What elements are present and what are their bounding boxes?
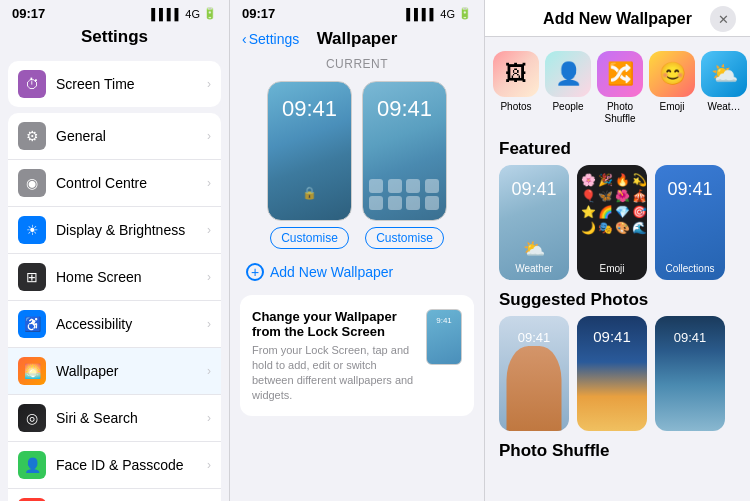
chevron-icon: › bbox=[207, 77, 211, 91]
source-people[interactable]: 👤 People bbox=[545, 51, 591, 125]
accessibility-label: Accessibility bbox=[56, 316, 207, 332]
home-screen-thumb: 09:41 bbox=[362, 81, 447, 221]
chevron-icon: › bbox=[207, 317, 211, 331]
network-label-2: 4G bbox=[440, 8, 455, 20]
suggested-landscape[interactable]: 09:41 bbox=[655, 316, 725, 431]
settings-title: Settings bbox=[0, 23, 229, 55]
featured-weather[interactable]: 09:41 ⛅ Weather bbox=[499, 165, 569, 280]
signal-icon-2: ▌▌▌▌ bbox=[406, 8, 437, 20]
collections-thumb-time: 09:41 bbox=[655, 179, 725, 200]
battery-icon-2: 🔋 bbox=[458, 7, 472, 20]
settings-item-screen-time[interactable]: ⏱ Screen Time › bbox=[8, 61, 221, 107]
photos-icon: 🖼 bbox=[493, 51, 539, 97]
weather-emoji: ⛅ bbox=[499, 238, 569, 260]
photo-shuffle-label: Photo Shuffle bbox=[597, 101, 643, 125]
sunset-thumb-time: 09:41 bbox=[577, 328, 647, 345]
settings-panel: 09:17 ▌▌▌▌ 4G 🔋 Settings ⏱ Screen Time ›… bbox=[0, 0, 230, 501]
screen-time-label: Screen Time bbox=[56, 76, 207, 92]
battery-icon: 🔋 bbox=[203, 7, 217, 20]
source-emoji[interactable]: 😊 Emoji bbox=[649, 51, 695, 125]
source-icons-row: 🖼 Photos 👤 People 🔀 Photo Shuffle 😊 Emoj… bbox=[485, 37, 750, 133]
general-icon: ⚙ bbox=[18, 122, 46, 150]
settings-item-face-id[interactable]: 👤 Face ID & Passcode › bbox=[8, 442, 221, 489]
status-bar-2: 09:17 ▌▌▌▌ 4G 🔋 bbox=[230, 0, 484, 23]
app-icon bbox=[369, 179, 383, 193]
emoji-grid: 🌸 🎉 🔥 💫 🎈 🦋 🌺 🎪 ⭐ 🌈 💎 🎯 🌙 🎭 🎨 🌊 bbox=[577, 165, 647, 243]
app-icon bbox=[406, 179, 420, 193]
chevron-icon: › bbox=[207, 129, 211, 143]
add-wallpaper-panel: Add New Wallpaper ✕ 🖼 Photos 👤 People 🔀 … bbox=[485, 0, 750, 501]
general-label: General bbox=[56, 128, 207, 144]
settings-list: ⏱ Screen Time › ⚙ General › ◉ Control Ce… bbox=[0, 55, 229, 501]
siri-icon: ◎ bbox=[18, 404, 46, 432]
wallpaper-label: Wallpaper bbox=[56, 363, 207, 379]
add-circle-icon: + bbox=[246, 263, 264, 281]
back-chevron-icon: ‹ bbox=[242, 31, 247, 47]
settings-item-control-centre[interactable]: ◉ Control Centre › bbox=[8, 160, 221, 207]
lock-customise-button[interactable]: Customise bbox=[270, 227, 349, 249]
close-button[interactable]: ✕ bbox=[710, 6, 736, 32]
home-screen-time: 09:41 bbox=[363, 96, 446, 122]
person-silhouette bbox=[507, 346, 562, 431]
accessibility-icon: ♿ bbox=[18, 310, 46, 338]
weather-thumb-time: 09:41 bbox=[499, 179, 569, 200]
siri-label: Siri & Search bbox=[56, 410, 207, 426]
settings-item-general[interactable]: ⚙ General › bbox=[8, 113, 221, 160]
settings-item-siri[interactable]: ◎ Siri & Search › bbox=[8, 395, 221, 442]
info-phone-preview: 9:41 bbox=[426, 309, 462, 365]
display-icon: ☀ bbox=[18, 216, 46, 244]
settings-group-1: ⏱ Screen Time › bbox=[8, 61, 221, 107]
home-screen-preview: 09:41 Customise bbox=[362, 81, 447, 249]
weather-source-label: Weat… bbox=[707, 101, 740, 113]
settings-item-display[interactable]: ☀ Display & Brightness › bbox=[8, 207, 221, 254]
wallpaper-nav-title: Wallpaper bbox=[317, 29, 398, 49]
featured-collections[interactable]: 09:41 Collections bbox=[655, 165, 725, 280]
status-icons-2: ▌▌▌▌ 4G 🔋 bbox=[406, 7, 472, 20]
signal-icon: ▌▌▌▌ bbox=[151, 8, 182, 20]
control-centre-icon: ◉ bbox=[18, 169, 46, 197]
collections-thumb-label: Collections bbox=[655, 263, 725, 274]
chevron-icon: › bbox=[207, 411, 211, 425]
info-body: From your Lock Screen, tap and hold to a… bbox=[252, 343, 416, 402]
source-photos[interactable]: 🖼 Photos bbox=[493, 51, 539, 125]
home-customise-button[interactable]: Customise bbox=[365, 227, 444, 249]
back-button[interactable]: ‹ Settings bbox=[242, 31, 299, 47]
back-label: Settings bbox=[249, 31, 300, 47]
app-icon bbox=[425, 196, 439, 210]
source-photo-shuffle[interactable]: 🔀 Photo Shuffle bbox=[597, 51, 643, 125]
featured-emoji[interactable]: 🌸 🎉 🔥 💫 🎈 🦋 🌺 🎪 ⭐ 🌈 💎 🎯 🌙 🎭 🎨 🌊 Emoji bbox=[577, 165, 647, 280]
landscape-thumb-time: 09:41 bbox=[655, 330, 725, 345]
emoji-source-icon: 😊 bbox=[649, 51, 695, 97]
chevron-icon: › bbox=[207, 270, 211, 284]
app-icon bbox=[425, 179, 439, 193]
home-screen-icon: ⊞ bbox=[18, 263, 46, 291]
settings-item-home-screen[interactable]: ⊞ Home Screen › bbox=[8, 254, 221, 301]
wallpaper-info-card: Change your Wallpaper from the Lock Scre… bbox=[240, 295, 474, 416]
info-phone-time: 9:41 bbox=[427, 310, 461, 325]
suggested-sunset[interactable]: 09:41 bbox=[577, 316, 647, 431]
settings-group-2: ⚙ General › ◉ Control Centre › ☀ Display… bbox=[8, 113, 221, 501]
control-centre-label: Control Centre bbox=[56, 175, 207, 191]
suggested-person[interactable]: 09:41 bbox=[499, 316, 569, 431]
settings-item-wallpaper[interactable]: 🌅 Wallpaper › bbox=[8, 348, 221, 395]
settings-item-accessibility[interactable]: ♿ Accessibility › bbox=[8, 301, 221, 348]
face-id-label: Face ID & Passcode bbox=[56, 457, 207, 473]
settings-item-emergency-sos[interactable]: SOS Emergency SOS › bbox=[8, 489, 221, 501]
home-screen-label: Home Screen bbox=[56, 269, 207, 285]
wallpaper-previews: 09:41 🔒 Customise 09:41 Customise bbox=[230, 75, 484, 255]
chevron-icon: › bbox=[207, 364, 211, 378]
wallpaper-icon: 🌅 bbox=[18, 357, 46, 385]
source-weather[interactable]: ⛅ Weat… bbox=[701, 51, 747, 125]
app-icon bbox=[388, 179, 402, 193]
photo-shuffle-icon: 🔀 bbox=[597, 51, 643, 97]
status-bar-1: 09:17 ▌▌▌▌ 4G 🔋 bbox=[0, 0, 229, 23]
info-text: Change your Wallpaper from the Lock Scre… bbox=[252, 309, 416, 402]
weather-source-icon: ⛅ bbox=[701, 51, 747, 97]
wallpaper-panel: 09:17 ▌▌▌▌ 4G 🔋 ‹ Settings Wallpaper CUR… bbox=[230, 0, 485, 501]
add-wallpaper-row[interactable]: + Add New Wallpaper bbox=[230, 255, 484, 289]
emoji-source-label: Emoji bbox=[659, 101, 684, 113]
chevron-icon: › bbox=[207, 223, 211, 237]
app-icon bbox=[369, 196, 383, 210]
network-label: 4G bbox=[185, 8, 200, 20]
lock-screen-thumb: 09:41 🔒 bbox=[267, 81, 352, 221]
